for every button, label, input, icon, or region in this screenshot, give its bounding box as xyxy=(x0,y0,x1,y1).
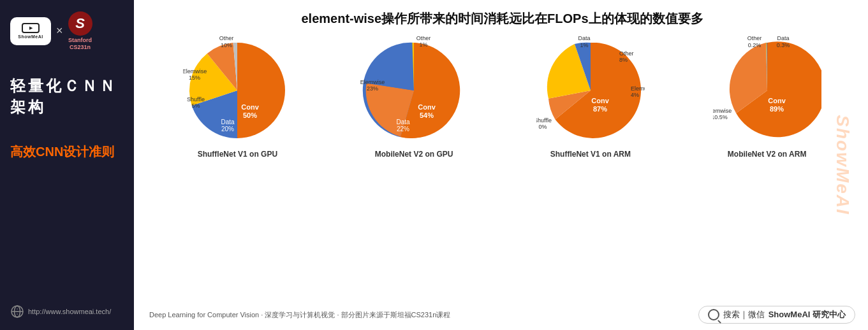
svg-text:15%: 15% xyxy=(189,75,200,81)
svg-text:Conv: Conv xyxy=(418,103,436,111)
globe-icon xyxy=(10,305,24,319)
svg-text:4%: 4% xyxy=(631,92,639,98)
svg-text:1%: 1% xyxy=(580,42,588,48)
stanford-s-letter: S xyxy=(68,11,92,36)
svg-text:Other: Other xyxy=(747,36,761,41)
svg-text:89%: 89% xyxy=(770,105,784,113)
svg-text:1%: 1% xyxy=(420,41,428,48)
svg-text:5%: 5% xyxy=(192,103,200,109)
chart-label-3: ShuffleNet V1 on ARM xyxy=(550,150,631,159)
pie-chart-2b: Conv 54% Data 22% Elemwise 23% Other 1% xyxy=(360,36,468,145)
svg-text:Conv: Conv xyxy=(591,97,609,104)
chart-mobilenet-v2-arm: Conv 89% Elemwise 10.5% Other 0.2% Data … xyxy=(697,36,837,159)
chart-mobilenet-v2-gpu: Conv 54% Data 22% Elemwise 23% Other 1% … xyxy=(344,36,484,159)
svg-text:Other: Other xyxy=(619,50,634,57)
chart-shufflenet-v1-arm: Conv 87% Elemwise 4% Other 8% Data 1% Sh… xyxy=(520,36,661,159)
svg-text:Conv: Conv xyxy=(242,103,260,111)
svg-text:Data: Data xyxy=(397,118,411,126)
svg-text:Elemwise: Elemwise xyxy=(713,108,732,114)
logo-row: ShowMeAI × S StanfordCS231n xyxy=(10,11,92,51)
svg-text:10.5%: 10.5% xyxy=(713,114,728,120)
svg-text:87%: 87% xyxy=(593,105,607,113)
pie-chart-4: Conv 89% Elemwise 10.5% Other 0.2% Data … xyxy=(713,36,821,145)
svg-text:54%: 54% xyxy=(420,111,434,119)
logo-icon-bar xyxy=(22,23,40,33)
pie-chart-3: Conv 87% Elemwise 4% Other 8% Data 1% Sh… xyxy=(536,36,645,145)
svg-text:Other: Other xyxy=(416,36,431,41)
bottom-bar: Deep Learning for Computer Vision · 深度学习… xyxy=(149,302,855,324)
svg-text:Elemwise: Elemwise xyxy=(183,68,207,75)
svg-text:23%: 23% xyxy=(367,85,378,92)
showmeai-logo: ShowMeAI xyxy=(10,17,51,45)
svg-text:8%: 8% xyxy=(619,57,628,63)
svg-text:10%: 10% xyxy=(221,42,232,48)
svg-text:Data: Data xyxy=(777,36,789,41)
svg-text:Data: Data xyxy=(221,118,235,126)
svg-text:Elemwise: Elemwise xyxy=(360,79,385,85)
website-text: http://www.showmeai.tech/ xyxy=(28,308,111,315)
logo-show-text: ShowMeAI xyxy=(18,34,43,39)
right-panel: ShowMeAI element-wise操作所带来的时间消耗远比在FLOPs上… xyxy=(134,0,868,330)
chart-shufflenet-v1-gpu: Conv 50% Data 20% Shuffle 5% Elemwise 15… xyxy=(167,36,307,159)
search-icon xyxy=(708,309,719,320)
pie-chart-1: Conv 50% Data 20% Shuffle 5% Elemwise 15… xyxy=(183,36,291,145)
search-label: 搜索｜微信 xyxy=(723,309,765,320)
svg-text:Elemwise: Elemwise xyxy=(631,85,645,92)
left-panel: ShowMeAI × S StanfordCS231n 轻量化ＣＮＮ架构 高效C… xyxy=(0,0,134,330)
svg-text:0.2%: 0.2% xyxy=(747,42,761,48)
charts-row: Conv 50% Data 20% Shuffle 5% Elemwise 15… xyxy=(149,36,855,297)
stanford-logo: S StanfordCS231n xyxy=(68,11,92,51)
slide-title: element-wise操作所带来的时间消耗远比在FLOPs上的体现的数值要多 xyxy=(149,10,855,27)
search-brand: ShowMeAI 研究中心 xyxy=(769,309,846,320)
svg-text:Shuffle: Shuffle xyxy=(187,96,205,103)
chart-label-2: MobileNet V2 on GPU xyxy=(375,150,453,159)
website-row: http://www.showmeai.tech/ xyxy=(10,305,111,319)
bottom-caption: Deep Learning for Computer Vision · 深度学习… xyxy=(149,310,450,320)
svg-text:20%: 20% xyxy=(221,126,234,133)
svg-text:50%: 50% xyxy=(243,111,257,119)
svg-text:Other: Other xyxy=(219,36,234,41)
svg-text:0%: 0% xyxy=(538,124,547,130)
svg-text:22%: 22% xyxy=(397,126,409,133)
chart-label-4: MobileNet V2 on ARM xyxy=(728,150,807,159)
x-separator: × xyxy=(56,24,63,38)
svg-text:0.3%: 0.3% xyxy=(776,42,790,48)
svg-text:Data: Data xyxy=(578,36,590,41)
search-badge[interactable]: 搜索｜微信 ShowMeAI 研究中心 xyxy=(698,306,855,324)
svg-text:Shuffle: Shuffle xyxy=(536,117,552,124)
main-title: 轻量化ＣＮＮ架构 xyxy=(10,75,124,118)
stanford-label: StanfordCS231n xyxy=(68,37,92,51)
subtitle: 高效CNN设计准则 xyxy=(10,143,114,160)
chart-label-1: ShuffleNet V1 on GPU xyxy=(198,150,277,159)
svg-text:Conv: Conv xyxy=(768,97,786,104)
